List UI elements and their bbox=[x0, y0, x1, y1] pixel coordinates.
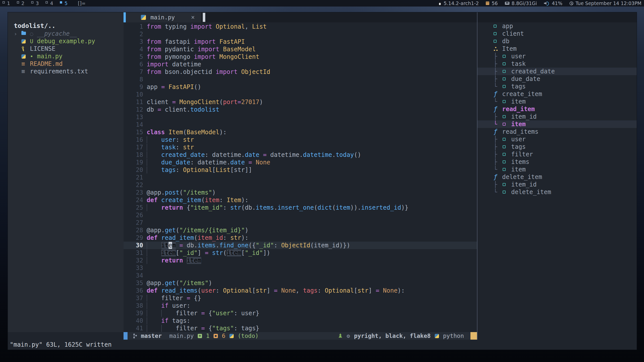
class-icon bbox=[494, 47, 502, 51]
tree-item[interactable]: requirements.txt bbox=[8, 68, 124, 75]
tree-item[interactable]: •main.py bbox=[8, 53, 124, 60]
line-number: 33 bbox=[124, 264, 143, 272]
code-line[interactable]: 12db = client.todolist bbox=[124, 106, 477, 113]
cube-icon bbox=[503, 62, 511, 65]
outline-item[interactable]: └tags bbox=[477, 83, 637, 90]
outline-item[interactable]: └item bbox=[477, 98, 637, 105]
outline-item[interactable]: read_item bbox=[477, 105, 637, 113]
outline-item[interactable]: ├due_date bbox=[477, 75, 637, 83]
outline-item[interactable]: ├item_id bbox=[477, 181, 637, 188]
code-line[interactable]: 36def read_items(user: Optional[str] = N… bbox=[124, 287, 477, 294]
workspace-4[interactable]: 4 bbox=[46, 0, 53, 7]
code-line[interactable]: 5from pymongo import MongoClient bbox=[124, 53, 477, 61]
code-line[interactable]: 32 return item bbox=[124, 257, 477, 264]
outline-item[interactable]: client bbox=[477, 30, 637, 37]
code-line[interactable]: 31 item["_id"] = str(item["_id"]) bbox=[124, 249, 477, 257]
code-line[interactable]: 20 tags: Optional[List[str]] bbox=[124, 166, 477, 174]
tree-item[interactable]: LICENSE bbox=[8, 45, 124, 53]
outline-item[interactable]: └item bbox=[477, 166, 637, 173]
code-line[interactable]: 19 due_date: datetime.date = None bbox=[124, 159, 477, 166]
outline-item[interactable]: create_item bbox=[477, 90, 637, 98]
outline-item[interactable]: ├user bbox=[477, 53, 637, 60]
line-text: def read_items(user: Optional[str] = Non… bbox=[147, 287, 405, 294]
symbol-label: filter bbox=[511, 151, 533, 158]
tab-close-icon[interactable]: × bbox=[191, 14, 195, 21]
clock-icon bbox=[570, 2, 573, 5]
tree-item[interactable]: README.md bbox=[8, 60, 124, 68]
code-line[interactable]: 10 bbox=[124, 91, 477, 98]
code-line[interactable]: 38 if user: bbox=[124, 302, 477, 309]
code-line[interactable]: 13 bbox=[124, 113, 477, 121]
outline-item[interactable]: delete_item bbox=[477, 173, 637, 181]
code-line[interactable]: 35@app.get("/items") bbox=[124, 279, 477, 287]
code-line[interactable]: 17 task: str bbox=[124, 144, 477, 151]
code-line[interactable]: 39 filter = {"user": user} bbox=[124, 309, 477, 317]
progress-block bbox=[470, 332, 477, 340]
code-line[interactable]: 24def create_item(item: Item): bbox=[124, 196, 477, 204]
workspace-1[interactable]: 1 bbox=[3, 0, 10, 7]
code-line[interactable]: 23@app.post("/items") bbox=[124, 189, 477, 196]
code-line[interactable]: 41 filter = {"tags": tags} bbox=[124, 325, 477, 332]
code-line[interactable]: 16 user: str bbox=[124, 136, 477, 144]
workspace-3[interactable]: 3 bbox=[31, 0, 39, 7]
code-pane[interactable]: 1from typing import Optional, List23from… bbox=[124, 22, 477, 332]
symbol-label: user bbox=[511, 53, 526, 60]
code-line[interactable]: 6import datetime bbox=[124, 61, 477, 68]
file-explorer-pane[interactable]: todolist/.. ›◌__pycache__Udebug_example.… bbox=[8, 12, 124, 332]
pane-separator[interactable] bbox=[477, 12, 477, 340]
code-line[interactable]: 33 bbox=[124, 264, 477, 272]
code-line[interactable]: 11client = MongoClient(port=27017) bbox=[124, 98, 477, 106]
code-line[interactable]: 3from fastapi import FastAPI bbox=[124, 38, 477, 46]
code-line[interactable]: 15class Item(BaseModel): bbox=[124, 128, 477, 136]
outline-item[interactable]: ├tags bbox=[477, 143, 637, 151]
tabline: main.py× bbox=[124, 12, 637, 22]
line-text: class Item(BaseModel): bbox=[147, 128, 227, 136]
line-number: 35 bbox=[124, 279, 143, 287]
code-line[interactable]: 25 return {"item_id": str(db.items.inser… bbox=[124, 204, 477, 211]
layout-symbol[interactable]: []= bbox=[78, 1, 86, 6]
code-line[interactable]: 40 if tags: bbox=[124, 317, 477, 325]
outline-item[interactable]: ├items bbox=[477, 158, 637, 166]
outline-item[interactable]: ├item_id bbox=[477, 113, 637, 120]
code-line[interactable]: 14 bbox=[124, 121, 477, 128]
workspace-2[interactable]: 2 bbox=[17, 0, 24, 7]
code-line[interactable]: 34 bbox=[124, 272, 477, 279]
workspace-5[interactable]: 5 bbox=[60, 0, 67, 7]
tree-item[interactable]: ›◌__pycache__ bbox=[8, 30, 124, 37]
outline-item[interactable]: db bbox=[477, 37, 637, 45]
symbol-label: create_item bbox=[502, 90, 542, 98]
tree-item[interactable]: Udebug_example.py bbox=[8, 37, 124, 45]
code-line[interactable]: 4from pydantic import BaseModel bbox=[124, 46, 477, 53]
code-line[interactable]: 18 created_date: datetime.date = datetim… bbox=[124, 151, 477, 159]
outline-item[interactable]: Item bbox=[477, 45, 637, 53]
code-line[interactable]: 26 bbox=[124, 211, 477, 219]
code-line[interactable]: 8 bbox=[124, 76, 477, 83]
outline-item[interactable]: └item bbox=[477, 120, 637, 128]
code-line[interactable]: 22 bbox=[124, 181, 477, 189]
file-status-badge: • bbox=[30, 53, 37, 60]
code-line[interactable]: 28@app.get("/items/{item_id}") bbox=[124, 227, 477, 234]
outline-pane[interactable]: appclientdbItem├user├task├created_date├d… bbox=[477, 22, 637, 332]
line-number: 37 bbox=[124, 294, 143, 302]
virtualenv-label: (todo) bbox=[238, 333, 259, 339]
code-line[interactable]: 27 bbox=[124, 219, 477, 227]
code-line[interactable]: 7from bson.objectid import ObjectId bbox=[124, 68, 477, 76]
outline-item[interactable]: ├filter bbox=[477, 151, 637, 158]
outline-item[interactable]: app bbox=[477, 22, 637, 30]
code-line[interactable]: 21 bbox=[124, 174, 477, 181]
tab-main.py[interactable]: main.py× bbox=[126, 12, 201, 22]
code-line[interactable]: 29def read_item(item_id: str): bbox=[124, 234, 477, 242]
outline-item[interactable]: ├task bbox=[477, 60, 637, 68]
tree-branch-glyph: ├ bbox=[494, 143, 503, 150]
terminal-window: todolist/.. ›◌__pycache__Udebug_example.… bbox=[8, 12, 637, 350]
line-number: 17 bbox=[124, 144, 143, 151]
outline-item[interactable]: ├created_date bbox=[477, 68, 637, 75]
code-line[interactable]: 1from typing import Optional, List bbox=[124, 23, 477, 30]
outline-item[interactable]: read_items bbox=[477, 128, 637, 135]
code-line[interactable]: 9app = FastAPI() bbox=[124, 83, 477, 91]
outline-item[interactable]: └delete_item bbox=[477, 188, 637, 196]
outline-item[interactable]: ├user bbox=[477, 135, 637, 143]
code-line[interactable]: 37 filter = {} bbox=[124, 294, 477, 302]
code-line[interactable]: 30 item = db.items.find_one({"_id": Obje… bbox=[124, 242, 477, 249]
code-line[interactable]: 2 bbox=[124, 30, 477, 38]
